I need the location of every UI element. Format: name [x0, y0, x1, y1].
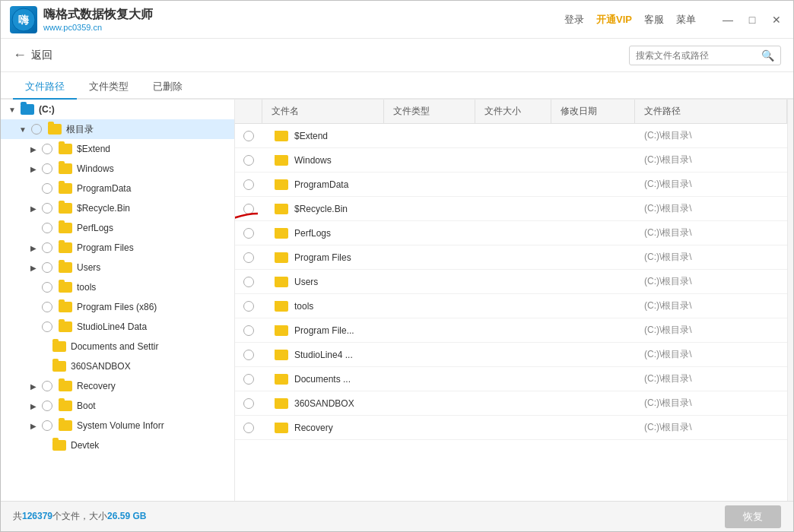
filepath: (C:)\根目录\: [635, 202, 787, 215]
row-radio[interactable]: [243, 325, 254, 336]
folder-icon: [275, 131, 288, 141]
folder-icon: [59, 282, 72, 293]
drive-label: (C:): [39, 104, 55, 115]
tree-item-recovery[interactable]: Recovery: [1, 376, 234, 396]
filepath: (C:)\根目录\: [635, 129, 787, 142]
back-arrow-icon: ←: [13, 47, 27, 63]
minimize-button[interactable]: —: [720, 12, 735, 27]
table-row[interactable]: tools (C:)\根目录\: [235, 294, 787, 318]
radio-check[interactable]: [42, 302, 52, 312]
table-row[interactable]: $Recycle.Bin (C:)\根目录\: [235, 197, 787, 221]
chevron-icon: [17, 124, 28, 135]
folder-icon: [59, 163, 72, 174]
tree-item-program-files[interactable]: Program Files: [1, 238, 234, 258]
row-radio[interactable]: [243, 204, 254, 214]
table-row[interactable]: Recovery (C:)\根目录\: [235, 416, 787, 440]
row-radio[interactable]: [243, 277, 254, 287]
row-radio[interactable]: [243, 301, 254, 312]
folder-icon: [275, 179, 288, 190]
tree-item-perflogs[interactable]: PerfLogs: [1, 218, 234, 238]
service-button[interactable]: 客服: [644, 13, 664, 27]
row-radio[interactable]: [243, 131, 254, 141]
radio-check[interactable]: [42, 401, 52, 411]
recover-button[interactable]: 恢复: [725, 505, 781, 528]
radio-check[interactable]: [42, 223, 52, 233]
tree-item-360sandbox[interactable]: 360SANDBOX: [1, 356, 234, 376]
row-radio[interactable]: [243, 252, 254, 263]
radio-check[interactable]: [42, 321, 52, 332]
vip-button[interactable]: 开通VIP: [596, 13, 632, 27]
radio-check[interactable]: [42, 144, 52, 154]
tree-item-programdata[interactable]: ProgramData: [1, 179, 234, 198]
filepath: (C:)\根目录\: [635, 154, 787, 166]
table-row[interactable]: Program File... (C:)\根目录\: [235, 318, 787, 343]
row-radio[interactable]: [243, 423, 254, 433]
maximize-button[interactable]: □: [745, 12, 760, 27]
left-panel: (C:) 根目录 $Extend Windows: [1, 100, 235, 501]
tree-item-users[interactable]: Users: [1, 258, 234, 277]
close-button[interactable]: ✕: [769, 12, 784, 27]
table-row[interactable]: PerfLogs (C:)\根目录\: [235, 221, 787, 245]
login-button[interactable]: 登录: [564, 13, 584, 27]
table-row[interactable]: 360SANDBOX (C:)\根目录\: [235, 391, 787, 416]
menu-button[interactable]: 菜单: [676, 13, 696, 27]
row-radio[interactable]: [243, 228, 254, 239]
table-row[interactable]: ProgramData (C:)\根目录\: [235, 173, 787, 197]
tree-item-tools[interactable]: tools: [1, 277, 234, 297]
filepath: (C:)\根目录\: [635, 275, 787, 288]
tree-item-windows[interactable]: Windows: [1, 159, 234, 179]
radio-check[interactable]: [42, 242, 52, 253]
radio-check[interactable]: [42, 203, 52, 214]
row-radio[interactable]: [243, 398, 254, 409]
table-row[interactable]: Users (C:)\根目录\: [235, 270, 787, 294]
tree-item-recycle[interactable]: $Recycle.Bin: [1, 198, 234, 218]
tab-path[interactable]: 文件路径: [13, 75, 77, 100]
filepath: (C:)\根目录\: [635, 226, 787, 239]
app-title: 嗨格式数据恢复大师: [43, 7, 153, 23]
tree-item-root[interactable]: 根目录: [1, 119, 234, 139]
logo-text: 嗨格式数据恢复大师 www.pc0359.cn: [43, 7, 153, 32]
row-radio[interactable]: [243, 350, 254, 360]
filepath: (C:)\根目录\: [635, 421, 787, 434]
row-radio[interactable]: [243, 179, 254, 190]
table-row[interactable]: $Extend (C:)\根目录\: [235, 124, 787, 148]
folder-icon: [275, 228, 288, 239]
th-filesize: 文件大小: [475, 100, 551, 123]
tree-item-boot[interactable]: Boot: [1, 396, 234, 416]
right-scrollbar[interactable]: [787, 100, 793, 501]
item-label: ProgramData: [77, 183, 131, 194]
row-radio[interactable]: [243, 374, 254, 385]
tree-item-documents[interactable]: Documents and Settir: [1, 337, 234, 356]
row-radio[interactable]: [243, 155, 254, 166]
tab-deleted[interactable]: 已删除: [141, 75, 195, 100]
table-row[interactable]: Documents ... (C:)\根目录\: [235, 367, 787, 391]
tree-item-drive-c[interactable]: (C:): [1, 100, 234, 119]
main-window: 嗨 嗨格式数据恢复大师 www.pc0359.cn 登录 开通VIP 客服 菜单…: [0, 0, 794, 532]
tree-item-extend[interactable]: $Extend: [1, 139, 234, 159]
tab-type[interactable]: 文件类型: [77, 75, 141, 100]
tree-item-program-files-x86[interactable]: Program Files (x86): [1, 297, 234, 317]
radio-check[interactable]: [42, 381, 52, 391]
radio-check[interactable]: [42, 262, 52, 273]
radio-check[interactable]: [42, 163, 52, 174]
tree-item-system-volume[interactable]: System Volume Inforr: [1, 416, 234, 435]
radio-check[interactable]: [42, 420, 52, 431]
search-input[interactable]: [636, 50, 757, 61]
back-label: 返回: [31, 49, 52, 62]
app-subtitle: www.pc0359.cn: [43, 23, 153, 32]
tree-item-devtek[interactable]: Devtek: [1, 435, 234, 455]
table-row[interactable]: Windows (C:)\根目录\: [235, 148, 787, 173]
folder-icon: [59, 401, 72, 411]
radio-check[interactable]: [42, 183, 52, 194]
filepath: (C:)\根目录\: [635, 299, 787, 312]
table-body: $Extend (C:)\根目录\ Windows: [235, 124, 787, 501]
table-row[interactable]: StudioLine4 ... (C:)\根目录\: [235, 343, 787, 367]
chevron-icon: [28, 144, 39, 154]
radio-check[interactable]: [42, 282, 52, 293]
radio-check[interactable]: [31, 124, 42, 135]
tree-item-studioline[interactable]: StudioLine4 Data: [1, 317, 234, 337]
folder-icon: [59, 302, 72, 312]
back-button[interactable]: ← 返回: [13, 47, 52, 63]
table-header: 文件名 文件类型 文件大小 修改日期 文件路径: [235, 100, 787, 124]
table-row[interactable]: Program Files (C:)\根目录\: [235, 245, 787, 270]
